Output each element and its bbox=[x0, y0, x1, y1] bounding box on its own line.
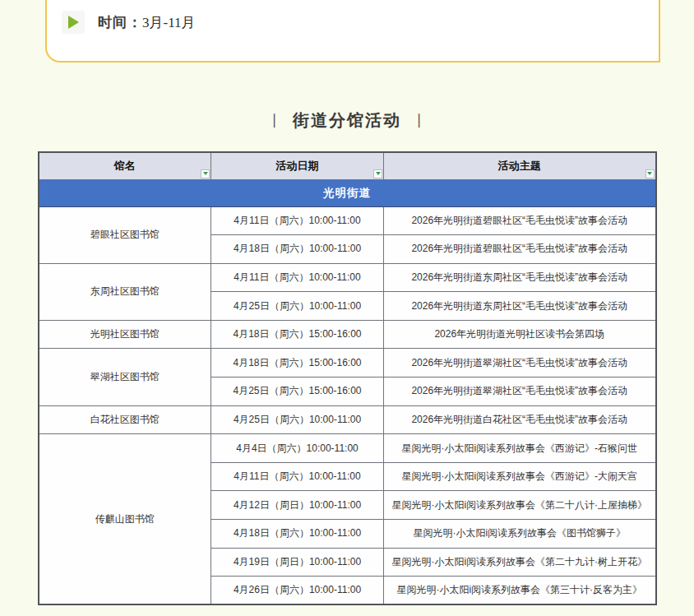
event-theme-cell: 2026年光明街道东周社区“毛毛虫悦读”故事会活动 bbox=[384, 263, 656, 292]
event-date-cell: 4月11日（周六）10:00-11:00 bbox=[211, 206, 384, 235]
event-theme-cell: 2026年光明街道翠湖社区“毛毛虫悦读”故事会活动 bbox=[384, 349, 656, 377]
column-header-label: 馆名 bbox=[114, 160, 136, 172]
event-row: 白花社区图书馆4月25日（周六）10:00-11:002026年光明街道白花社区… bbox=[39, 405, 656, 434]
library-name-cell: 东周社区图书馆 bbox=[39, 263, 211, 320]
event-date-cell: 4月18日（周六）10:00-11:00 bbox=[211, 520, 384, 549]
event-theme-cell: 2026年光明街道碧眼社区“毛毛虫悦读”故事会活动 bbox=[384, 206, 656, 235]
library-name-cell: 传麒山图书馆 bbox=[39, 434, 211, 605]
time-label: 时间： bbox=[98, 13, 142, 32]
section-title-text: 街道分馆活动 bbox=[293, 111, 401, 129]
column-header: 活动日期 bbox=[211, 152, 384, 179]
title-right-bar: 丨 bbox=[412, 113, 427, 129]
column-header-label: 活动日期 bbox=[276, 160, 319, 172]
event-theme-cell: 星阅光明·小太阳i阅读系列故事会《第二十八计·上屋抽梯》 bbox=[384, 491, 656, 520]
street-band-label: 光明街道 bbox=[39, 179, 656, 206]
play-triangle-icon bbox=[68, 16, 79, 29]
time-info-card: 时间： 3月-11月 bbox=[45, 0, 660, 63]
event-row: 光明社区图书馆4月18日（周六）15:00-16:002026年光明街道光明社区… bbox=[39, 320, 656, 349]
event-date-cell: 4月25日（周六）15:00-16:00 bbox=[211, 377, 384, 406]
library-name-cell: 光明社区图书馆 bbox=[39, 320, 211, 349]
event-theme-cell: 2026年光明街道碧眼社区“毛毛虫悦读”故事会活动 bbox=[384, 235, 656, 264]
event-date-cell: 4月25日（周六）10:00-11:00 bbox=[211, 292, 384, 321]
column-header: 活动主题 bbox=[384, 152, 656, 179]
event-date-cell: 4月18日（周六）15:00-16:00 bbox=[211, 320, 384, 349]
event-theme-cell: 2026年光明街道白花社区“毛毛虫悦读”故事会活动 bbox=[384, 405, 656, 434]
column-header: 馆名 bbox=[39, 152, 211, 179]
bullet-box bbox=[62, 11, 85, 34]
library-name-cell: 白花社区图书馆 bbox=[39, 405, 211, 434]
event-row: 翠湖社区图书馆4月18日（周六）15:00-16:002026年光明街道翠湖社区… bbox=[39, 349, 656, 377]
event-row: 传麒山图书馆4月4日（周六）10:00-11:00星阅光明·小太阳i阅读系列故事… bbox=[39, 434, 656, 463]
event-date-cell: 4月12日（周日）10:00-11:00 bbox=[211, 491, 384, 520]
title-left-bar: 丨 bbox=[267, 113, 282, 129]
events-table-body: 光明街道 碧眼社区图书馆4月11日（周六）10:00-11:002026年光明街… bbox=[39, 179, 656, 604]
event-date-cell: 4月25日（周六）10:00-11:00 bbox=[211, 405, 384, 434]
autofilter-dropdown-icon[interactable] bbox=[201, 169, 210, 178]
header-row: 馆名活动日期活动主题 bbox=[39, 152, 656, 179]
column-header-label: 活动主题 bbox=[498, 160, 541, 172]
library-name-cell: 翠湖社区图书馆 bbox=[39, 349, 211, 405]
event-theme-cell: 2026年光明街道东周社区“毛毛虫悦读”故事会活动 bbox=[384, 292, 656, 321]
autofilter-dropdown-icon[interactable] bbox=[373, 169, 382, 178]
event-theme-cell: 星阅光明·小太阳i阅读系列故事会《第三十计·反客为主》 bbox=[384, 577, 656, 605]
event-date-cell: 4月18日（周六）10:00-11:00 bbox=[211, 235, 384, 264]
event-date-cell: 4月18日（周六）15:00-16:00 bbox=[211, 349, 384, 377]
event-theme-cell: 星阅光明·小太阳i阅读系列故事会《西游记》-大闹天宫 bbox=[384, 462, 656, 491]
autofilter-dropdown-icon[interactable] bbox=[645, 169, 655, 178]
event-date-cell: 4月11日（周六）10:00-11:00 bbox=[211, 263, 384, 292]
time-value: 3月-11月 bbox=[142, 13, 196, 32]
event-row: 东周社区图书馆4月11日（周六）10:00-11:002026年光明街道东周社区… bbox=[39, 263, 656, 292]
event-theme-cell: 2026年光明街道光明社区读书会第四场 bbox=[384, 320, 656, 349]
event-date-cell: 4月4日（周六）10:00-11:00 bbox=[211, 434, 384, 463]
time-info-row: 时间： 3月-11月 bbox=[47, 0, 659, 34]
table-wrapper: 馆名活动日期活动主题 光明街道 碧眼社区图书馆4月11日（周六）10:00-11… bbox=[0, 151, 694, 605]
section-title: 丨街道分馆活动丨 bbox=[0, 109, 694, 132]
event-date-cell: 4月19日（周日）10:00-11:00 bbox=[211, 548, 384, 577]
event-theme-cell: 2026年光明街道翠湖社区“毛毛虫悦读”故事会活动 bbox=[384, 377, 656, 406]
events-table: 馆名活动日期活动主题 光明街道 碧眼社区图书馆4月11日（周六）10:00-11… bbox=[38, 151, 657, 605]
event-date-cell: 4月26日（周六）10:00-11:00 bbox=[211, 577, 384, 605]
event-theme-cell: 星阅光明·小太阳i阅读系列故事会《西游记》-石猴问世 bbox=[384, 434, 656, 463]
library-name-cell: 碧眼社区图书馆 bbox=[39, 206, 211, 263]
event-date-cell: 4月11日（周六）10:00-11:00 bbox=[211, 462, 384, 491]
event-theme-cell: 星阅光明·小太阳i阅读系列故事会《图书馆狮子》 bbox=[384, 520, 656, 549]
street-band-row: 光明街道 bbox=[39, 179, 656, 206]
event-theme-cell: 星阅光明·小太阳i阅读系列故事会《第二十九计·树上开花》 bbox=[384, 548, 656, 577]
event-row: 碧眼社区图书馆4月11日（周六）10:00-11:002026年光明街道碧眼社区… bbox=[39, 206, 656, 235]
